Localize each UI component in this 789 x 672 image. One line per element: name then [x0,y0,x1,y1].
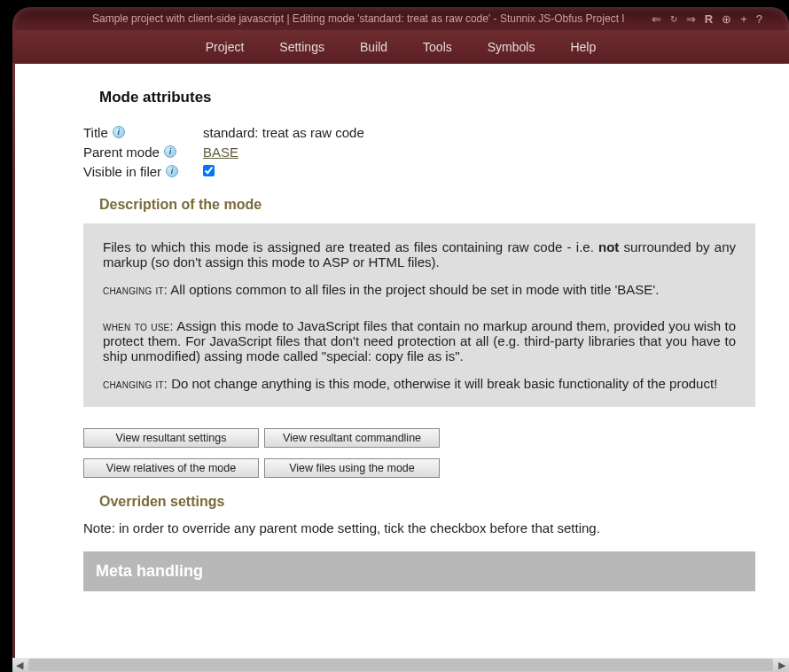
description-box: Files to which this mode is assigned are… [83,223,755,407]
scroll-track[interactable] [28,659,773,671]
heading-description: Description of the mode [99,197,755,213]
view-relatives-button[interactable]: View relatives of the mode [83,458,259,478]
attr-row-parent: Parent mode i BASE [83,142,755,161]
add-circle-icon[interactable]: ⊕ [722,12,731,26]
titlebar-nav-icons: ⇐ ↻ ⇒ R ⊕ + ? [652,12,762,26]
desc-paragraph-3: when to use: Assign this mode to JavaScr… [103,318,736,363]
heading-mode-attributes: Mode attributes [99,89,755,106]
reload-icon[interactable]: R [705,12,713,26]
desc-paragraph-4: changing it: Do not change anything is t… [103,376,736,391]
horizontal-scrollbar[interactable]: ◀ ▶ [12,658,789,672]
info-icon[interactable]: i [113,126,125,138]
window-title: Sample project with client-side javascri… [92,12,625,25]
scroll-right-icon[interactable]: ▶ [775,658,789,672]
menu-build[interactable]: Build [342,35,405,59]
help-icon[interactable]: ? [756,12,762,26]
desc-paragraph-1: Files to which this mode is assigned are… [103,239,736,270]
attr-title-value: standard: treat as raw code [203,125,364,140]
menu-project[interactable]: Project [188,35,262,59]
view-resultant-commandline-button[interactable]: View resultant commandline [264,428,440,448]
desc-paragraph-2: changing it: All options common to all f… [103,282,736,297]
attributes-table: Title i standard: treat as raw code Pare… [83,122,755,181]
attr-visible-label: Visible in filer [83,164,161,179]
menu-symbols[interactable]: Symbols [470,35,553,59]
button-row-1: View resultant settings View resultant c… [83,428,755,448]
view-resultant-settings-button[interactable]: View resultant settings [83,428,259,448]
attr-title-label: Title [83,125,108,140]
view-files-using-button[interactable]: View files using the mode [264,458,440,478]
attr-parent-label: Parent mode [83,145,160,160]
attr-row-visible: Visible in filer i [83,161,755,181]
reload-small-icon[interactable]: ↻ [670,14,677,24]
meta-handling-header: Meta handling [83,551,755,591]
override-note: Note: in order to override any parent mo… [83,520,755,535]
menu-tools[interactable]: Tools [405,35,470,59]
menubar: Project Settings Build Tools Symbols Hel… [12,30,789,63]
plus-icon[interactable]: + [740,12,747,26]
menu-help[interactable]: Help [552,35,613,59]
heading-overridden: Overriden settings [99,494,755,510]
menu-settings[interactable]: Settings [262,35,342,59]
window-chrome: Sample project with client-side javascri… [12,7,789,672]
titlebar: Sample project with client-side javascri… [12,7,789,30]
attr-row-title: Title i standard: treat as raw code [83,122,755,142]
info-icon[interactable]: i [164,145,176,158]
scroll-left-icon[interactable]: ◀ [12,658,27,672]
parent-mode-link[interactable]: BASE [203,145,238,160]
content-area: Mode attributes Title i standard: treat … [15,64,789,658]
info-icon[interactable]: i [166,165,178,177]
forward-icon[interactable]: ⇒ [686,12,696,26]
button-row-2: View relatives of the mode View files us… [83,458,755,478]
back-icon[interactable]: ⇐ [652,12,661,26]
visible-checkbox[interactable] [203,165,215,176]
